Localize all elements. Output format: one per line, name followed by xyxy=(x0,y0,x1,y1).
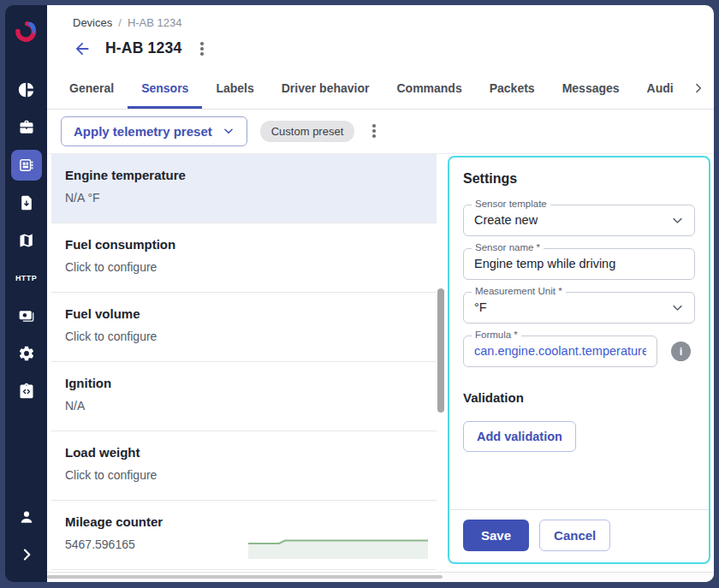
page-header: Devices / H-AB 1234 H-AB 1234 xyxy=(47,5,714,68)
save-button[interactable]: Save xyxy=(463,520,529,551)
add-validation-button[interactable]: Add validation xyxy=(463,421,576,452)
sensor-row-fuel-consumption[interactable]: Fuel consumption Click to configure xyxy=(51,223,437,293)
sensor-template-select[interactable]: Sensor template Create new xyxy=(463,205,695,236)
sim-card-icon[interactable] xyxy=(11,187,42,218)
field-label: Sensor template xyxy=(472,199,550,209)
sensor-title: Engine temperature xyxy=(65,168,423,182)
sensor-value: N/A xyxy=(65,399,423,413)
sensor-title: Ignition xyxy=(65,376,423,390)
tab-sensors[interactable]: Sensors xyxy=(128,68,202,109)
custom-preset-chip: Custom preset xyxy=(260,121,355,142)
page-title: H-AB 1234 xyxy=(105,39,181,57)
formula-input[interactable] xyxy=(474,344,646,358)
sensors-toolbar: Apply telemetry preset Custom preset xyxy=(47,110,714,154)
gear-icon[interactable] xyxy=(11,338,42,369)
sensor-value: Click to configure xyxy=(65,468,423,482)
settings-footer: Save Cancel xyxy=(449,509,709,562)
toolbar-kebab-menu-icon[interactable] xyxy=(367,121,381,141)
sensor-title: Fuel consumption xyxy=(65,237,423,252)
sidebar-nav: HTTP xyxy=(5,71,47,582)
apply-telemetry-preset-button[interactable]: Apply telemetry preset xyxy=(61,116,247,146)
tab-driver-behavior[interactable]: Driver behavior xyxy=(268,68,383,109)
sensor-row-load-weight[interactable]: Load weight Click to configure xyxy=(51,431,437,501)
breadcrumb: Devices / H-AB 1234 xyxy=(73,16,714,29)
formula-field: Formula * xyxy=(463,336,657,367)
apply-preset-label: Apply telemetry preset xyxy=(74,124,212,139)
cancel-button[interactable]: Cancel xyxy=(539,520,610,551)
mileage-sparkline xyxy=(248,536,428,559)
validation-title: Validation xyxy=(463,390,695,405)
sensor-title: Mileage counter xyxy=(65,514,423,529)
sensor-name-field: Sensor name * xyxy=(463,248,695,280)
field-label: Measurement Unit * xyxy=(472,286,566,296)
content-area: Engine temperature N/A °F Fuel consumpti… xyxy=(47,154,714,573)
info-icon[interactable]: i xyxy=(671,342,691,361)
tab-labels[interactable]: Labels xyxy=(202,68,267,109)
dashboard-icon[interactable] xyxy=(11,74,42,105)
chevron-down-icon xyxy=(223,125,235,137)
breadcrumb-root-link[interactable]: Devices xyxy=(73,16,112,29)
field-label: Formula * xyxy=(472,330,521,340)
sensor-value: N/A °F xyxy=(65,191,423,205)
http-icon[interactable]: HTTP xyxy=(11,263,42,294)
sensor-row-ignition[interactable]: Ignition N/A xyxy=(51,362,437,431)
tab-general[interactable]: General xyxy=(56,68,128,109)
main-area: Devices / H-AB 1234 H-AB 1234 General Se… xyxy=(47,5,714,582)
sidebar-expand-icon[interactable] xyxy=(11,539,42,570)
field-label: Sensor name * xyxy=(472,242,544,252)
tabs-scroll-right-icon[interactable] xyxy=(692,68,705,109)
devices-icon[interactable] xyxy=(11,150,42,181)
sensor-value: Click to configure xyxy=(65,330,423,343)
tab-commands[interactable]: Commands xyxy=(383,68,475,109)
app-window: HTTP xyxy=(5,5,714,582)
measurement-unit-value: °F xyxy=(474,300,487,314)
settings-title: Settings xyxy=(463,171,695,187)
sensor-value: 5467.596165 xyxy=(65,538,135,551)
breadcrumb-current: H-AB 1234 xyxy=(128,16,182,29)
measurement-unit-select[interactable]: Measurement Unit * °F xyxy=(463,292,695,324)
sensor-row-fuel-volume[interactable]: Fuel volume Click to configure xyxy=(51,293,437,362)
tab-audit[interactable]: Audi xyxy=(633,68,687,109)
horizontal-scrollbar-thumb[interactable] xyxy=(47,575,443,579)
chevron-down-icon xyxy=(671,301,684,314)
video-icon[interactable] xyxy=(11,300,42,331)
sensor-title: Fuel volume xyxy=(65,306,423,321)
map-icon[interactable] xyxy=(11,225,42,256)
tab-messages[interactable]: Messages xyxy=(549,68,633,109)
sensor-row-mileage-counter[interactable]: Mileage counter 5467.596165 xyxy=(51,501,437,570)
sidebar: HTTP xyxy=(5,5,47,582)
sensor-value: Click to configure xyxy=(65,260,423,274)
sensor-template-value: Create new xyxy=(474,213,538,227)
sensor-title: Load weight xyxy=(65,445,423,460)
briefcase-icon[interactable] xyxy=(11,112,42,143)
sensor-name-input[interactable] xyxy=(474,257,684,270)
tab-bar: General Sensors Labels Driver behavior C… xyxy=(47,68,714,110)
sensor-settings-panel: Settings Sensor template Create new Sens… xyxy=(448,156,710,564)
breadcrumb-separator: / xyxy=(118,16,122,29)
sensor-list: Engine temperature N/A °F Fuel consumpti… xyxy=(51,154,437,573)
code-clipboard-icon[interactable] xyxy=(11,376,42,407)
tab-packets[interactable]: Packets xyxy=(476,68,549,109)
title-kebab-menu-icon[interactable] xyxy=(195,39,209,59)
sensor-row-engine-temperature[interactable]: Engine temperature N/A °F xyxy=(51,154,437,223)
list-vertical-scrollbar[interactable] xyxy=(437,288,444,413)
chevron-down-icon xyxy=(671,214,684,227)
user-icon[interactable] xyxy=(11,502,42,532)
app-logo-icon[interactable] xyxy=(12,16,41,45)
horizontal-scrollbar-track xyxy=(47,572,714,582)
back-arrow-icon[interactable] xyxy=(73,39,92,58)
